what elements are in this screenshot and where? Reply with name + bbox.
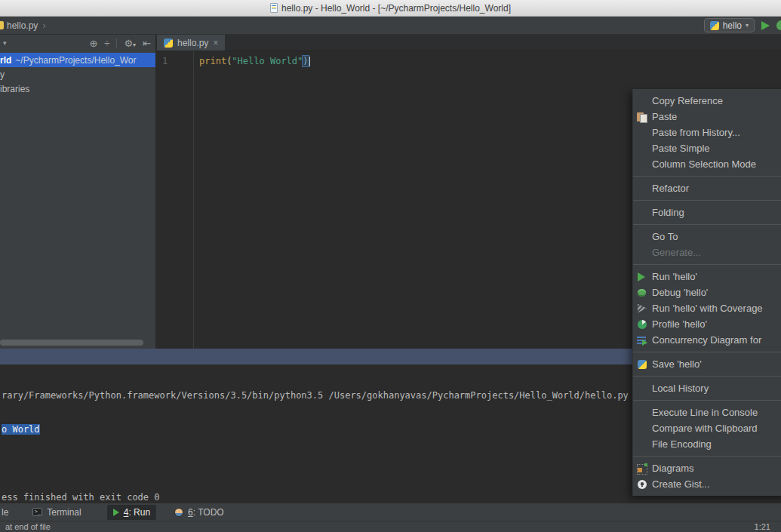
menu-separator bbox=[633, 456, 781, 457]
menu-item[interactable]: Run 'hello' bbox=[633, 269, 781, 284]
run-button[interactable] bbox=[761, 21, 770, 30]
menu-item-icon-placeholder bbox=[636, 96, 647, 106]
menu-item[interactable]: Execute Line in Console bbox=[633, 404, 781, 420]
title-bar[interactable]: hello.py - Hello_World - [~/PycharmProje… bbox=[0, 0, 781, 17]
run-widget: hello ▾ bbox=[704, 18, 781, 32]
gear-icon[interactable]: ⚙▾ bbox=[124, 38, 136, 48]
window-title: hello.py - Hello_World - [~/PycharmProje… bbox=[281, 3, 511, 14]
menu-separator bbox=[633, 352, 781, 352]
close-icon[interactable]: × bbox=[213, 38, 218, 48]
terminal-icon: >_ bbox=[32, 508, 42, 516]
menu-item[interactable]: Profile 'hello' bbox=[633, 316, 781, 332]
menu-separator bbox=[633, 264, 781, 265]
toolwindow-tab-clipped[interactable]: le bbox=[0, 507, 8, 518]
run-configuration-select[interactable]: hello ▾ bbox=[704, 18, 755, 32]
python-icon bbox=[710, 21, 719, 30]
menu-item-label: Paste from History... bbox=[652, 127, 740, 138]
code-line-1[interactable]: print("Hello World") bbox=[199, 56, 310, 66]
diagrams-icon bbox=[636, 463, 647, 474]
menu-item-label: Go To bbox=[652, 231, 678, 242]
menu-separator bbox=[633, 224, 781, 225]
menu-item[interactable]: Refactor bbox=[633, 180, 781, 196]
locate-icon[interactable]: ⊕ bbox=[89, 38, 97, 48]
menu-item-label: Copy Reference bbox=[652, 95, 723, 106]
project-panel-toolbar: ▾ ⊕ ÷ ⚙▾ ⇤ bbox=[0, 35, 155, 51]
menu-item[interactable]: File Encoding bbox=[633, 436, 781, 452]
navigation-bar: hello.py › hello ▾ bbox=[0, 17, 781, 35]
token-print: print bbox=[199, 56, 226, 66]
tool-window-bar: le >_ Terminal 4: Run 6: TODO bbox=[0, 503, 781, 521]
concurrency-icon bbox=[636, 335, 647, 346]
menu-item-label: Profile 'hello' bbox=[652, 318, 707, 330]
project-panel: ▾ ⊕ ÷ ⚙▾ ⇤ rld ~/PycharmProjects/Hello_W… bbox=[0, 35, 156, 349]
menu-item-label: Local History bbox=[652, 383, 709, 394]
menu-item[interactable]: Paste from History... bbox=[633, 125, 781, 140]
menu-item-label: Create Gist... bbox=[652, 478, 710, 490]
menu-item[interactable]: Compare with Clipboard bbox=[633, 420, 781, 436]
tree-row-project-root[interactable]: rld ~/PycharmProjects/Hello_Wor bbox=[0, 53, 155, 67]
menu-item[interactable]: Create Gist... bbox=[633, 476, 781, 492]
menu-item[interactable]: Debug 'hello' bbox=[633, 284, 781, 300]
toolwindow-tab-run[interactable]: 4: Run bbox=[107, 505, 156, 520]
status-bar: at end of file 1:21 bbox=[0, 521, 781, 532]
run-configuration-label: hello bbox=[723, 20, 742, 31]
toolwindow-tab-terminal[interactable]: >_ Terminal bbox=[26, 505, 87, 520]
menu-item[interactable]: Paste Simple bbox=[633, 140, 781, 156]
breadcrumb[interactable]: hello.py bbox=[7, 20, 38, 31]
menu-item[interactable]: Paste bbox=[633, 109, 781, 125]
editor-tab-hello-py[interactable]: hello.py × bbox=[157, 35, 225, 51]
menu-separator bbox=[633, 176, 781, 177]
menu-item-label: Execute Line in Console bbox=[652, 407, 758, 418]
caret-position[interactable]: 1:21 bbox=[755, 522, 781, 531]
github-icon bbox=[636, 479, 647, 490]
tree-row-file[interactable]: y bbox=[0, 67, 155, 81]
menu-item-icon-placeholder bbox=[636, 232, 647, 242]
project-path: ~/PycharmProjects/Hello_Wor bbox=[15, 55, 136, 66]
panel-dropdown-icon[interactable]: ▾ bbox=[3, 39, 7, 47]
hide-panel-icon[interactable]: ⇤ bbox=[143, 38, 151, 48]
menu-item-icon-placeholder bbox=[636, 143, 647, 154]
tree-row-external-libraries[interactable]: ibraries bbox=[0, 81, 155, 96]
menu-item[interactable]: Copy Reference bbox=[633, 93, 781, 109]
menu-item-icon-placeholder bbox=[636, 208, 647, 218]
menu-item-label: Debug 'hello' bbox=[652, 287, 708, 298]
menu-item-label: Save 'hello' bbox=[652, 358, 702, 370]
chevron-down-icon: ▾ bbox=[133, 42, 136, 48]
debug-button[interactable] bbox=[776, 20, 781, 30]
collapse-all-icon[interactable]: ÷ bbox=[104, 38, 109, 48]
todo-icon bbox=[174, 508, 183, 517]
menu-item-label: Paste bbox=[652, 111, 677, 122]
toolbar-separator bbox=[116, 38, 117, 48]
status-message: at end of file bbox=[0, 522, 51, 531]
coverage-icon bbox=[636, 303, 647, 314]
horizontal-scrollbar[interactable] bbox=[0, 340, 143, 346]
menu-item-icon-placeholder bbox=[636, 128, 647, 138]
menu-item[interactable]: Go To bbox=[633, 229, 781, 244]
paste-icon bbox=[636, 112, 647, 122]
editor-gutter: 1 bbox=[157, 51, 194, 349]
context-menu: Copy ReferencePastePaste from History...… bbox=[632, 89, 781, 496]
selected-output-text: o World bbox=[2, 424, 40, 435]
menu-item[interactable]: Diagrams bbox=[633, 460, 781, 476]
file-icon bbox=[0, 21, 4, 29]
menu-item[interactable]: Save 'hello' bbox=[633, 356, 781, 372]
menu-item-label: Run 'hello' bbox=[652, 271, 697, 282]
python-icon bbox=[164, 38, 173, 48]
menu-item-icon-placeholder bbox=[636, 383, 647, 394]
menu-item: Generate... bbox=[633, 244, 781, 260]
menu-item-label: Generate... bbox=[652, 247, 701, 258]
toolwindow-tab-todo[interactable]: 6: TODO bbox=[168, 505, 230, 520]
menu-item[interactable]: Column Selection Mode bbox=[633, 156, 781, 172]
menu-item-label: Paste Simple bbox=[652, 143, 710, 154]
menu-item[interactable]: Concurrency Diagram for bbox=[633, 332, 781, 348]
menu-item[interactable]: Local History bbox=[633, 380, 781, 396]
menu-item-label: Concurrency Diagram for bbox=[652, 334, 761, 346]
menu-item-icon-placeholder bbox=[636, 439, 647, 450]
python-icon bbox=[636, 359, 647, 370]
line-number: 1 bbox=[162, 56, 168, 66]
menu-item-label: File Encoding bbox=[652, 438, 712, 450]
menu-item[interactable]: Folding bbox=[633, 204, 781, 220]
menu-item[interactable]: Run 'hello' with Coverage bbox=[633, 300, 781, 316]
todo-mnemonic: 6 bbox=[188, 507, 193, 518]
debug-icon bbox=[636, 288, 647, 298]
